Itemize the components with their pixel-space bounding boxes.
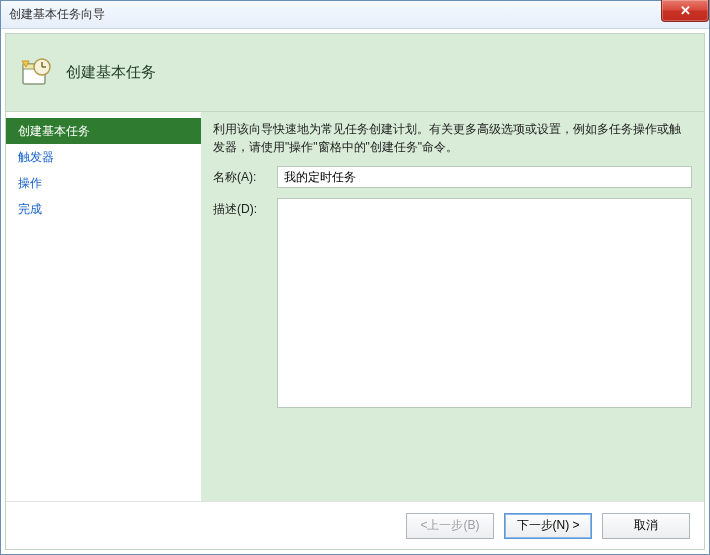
next-button[interactable]: 下一步(N) > [504,513,592,539]
wizard-footer: <上一步(B) 下一步(N) > 取消 [6,501,704,549]
sidebar-item-trigger[interactable]: 触发器 [6,144,201,170]
titlebar: 创建基本任务向导 ✕ [1,1,709,29]
sidebar-item-action[interactable]: 操作 [6,170,201,196]
name-label: 名称(A): [213,166,269,186]
sidebar-item-label: 创建基本任务 [18,124,90,138]
wizard-frame: 创建基本任务 创建基本任务 触发器 操作 完成 利用该向导快速地为常见任务创建计… [5,33,705,550]
sidebar-item-finish[interactable]: 完成 [6,196,201,222]
intro-text: 利用该向导快速地为常见任务创建计划。有关更多高级选项或设置，例如多任务操作或触发… [213,120,692,156]
wizard-title: 创建基本任务 [66,63,156,82]
wizard-body: 创建基本任务 触发器 操作 完成 利用该向导快速地为常见任务创建计划。有关更多高… [6,112,704,501]
description-label: 描述(D): [213,198,269,218]
cancel-button[interactable]: 取消 [602,513,690,539]
name-input[interactable] [277,166,692,188]
back-button[interactable]: <上一步(B) [406,513,494,539]
sidebar-item-label: 触发器 [18,150,54,164]
wizard-sidebar: 创建基本任务 触发器 操作 完成 [6,112,201,501]
wizard-header: 创建基本任务 [6,34,704,112]
sidebar-item-label: 操作 [18,176,42,190]
close-icon: ✕ [680,3,691,18]
close-button[interactable]: ✕ [661,0,709,22]
description-input[interactable] [277,198,692,408]
description-row: 描述(D): [213,198,692,408]
name-row: 名称(A): [213,166,692,188]
calendar-clock-icon [20,57,52,89]
wizard-window: 创建基本任务向导 ✕ 创建基本任务 创建基本任务 [0,0,710,555]
sidebar-item-label: 完成 [18,202,42,216]
window-title: 创建基本任务向导 [9,6,105,23]
sidebar-item-create-basic-task[interactable]: 创建基本任务 [6,118,201,144]
wizard-main: 利用该向导快速地为常见任务创建计划。有关更多高级选项或设置，例如多任务操作或触发… [201,112,704,501]
